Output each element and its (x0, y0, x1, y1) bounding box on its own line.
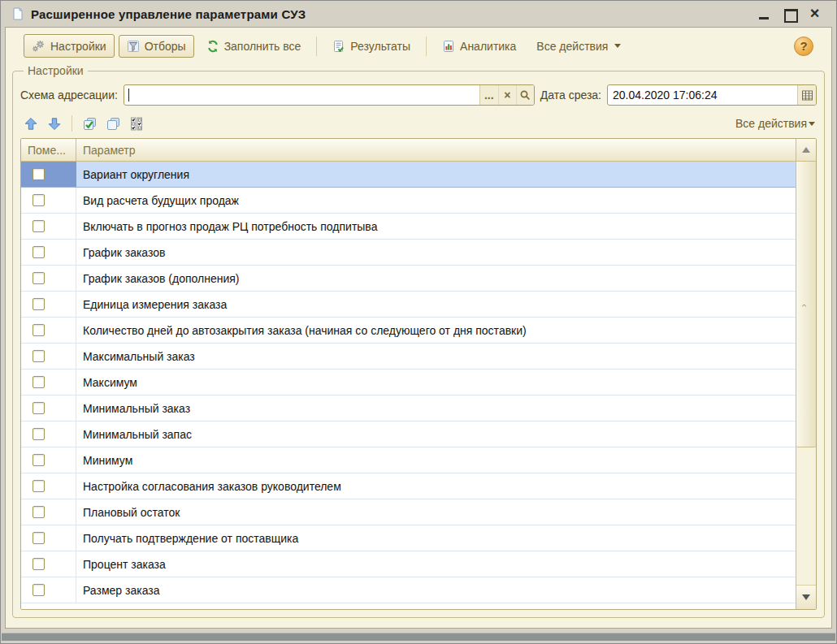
row-check-cell (21, 240, 76, 265)
addressing-scheme-label: Схема адресации: (20, 89, 118, 102)
app-window: Расширенное управление параметрами СУЗ × (0, 0, 837, 644)
slice-date-input[interactable] (608, 85, 797, 105)
row-checkbox[interactable] (33, 246, 45, 258)
row-checkbox[interactable] (33, 220, 45, 232)
row-checkbox[interactable] (33, 298, 45, 310)
table-row[interactable]: Включать в прогноз продаж РЦ потребность… (21, 214, 796, 240)
row-checkbox[interactable] (33, 480, 45, 492)
close-button[interactable]: × (809, 8, 821, 20)
bar-chart-icon (442, 40, 455, 53)
slice-date-label: Дата среза: (540, 89, 601, 102)
addressing-scheme-input[interactable] (124, 85, 479, 105)
all-actions-label: Все действия (536, 40, 608, 53)
row-check-cell (21, 266, 76, 291)
results-button[interactable]: Результаты (324, 35, 418, 58)
move-up-button[interactable] (22, 115, 40, 132)
minimize-button[interactable] (758, 8, 770, 20)
move-down-button[interactable] (46, 115, 63, 132)
clear-icon[interactable]: × (498, 85, 516, 105)
row-checkbox[interactable] (33, 584, 45, 596)
row-check-cell (21, 551, 76, 577)
table-row[interactable]: Минимальный запас (21, 421, 796, 447)
row-param: Размер заказа (76, 577, 796, 603)
analytics-button-label: Аналитика (460, 40, 516, 53)
thumb-grip (801, 303, 807, 309)
table-row[interactable]: Вид расчета будущих продаж (21, 188, 796, 214)
help-icon: ? (800, 39, 807, 53)
row-param: Процент заказа (76, 551, 796, 577)
invert-check-icon (129, 117, 144, 131)
row-checkbox[interactable] (33, 454, 45, 466)
row-checkbox[interactable] (33, 402, 45, 414)
fill-all-button[interactable]: Заполнить все (198, 35, 310, 58)
row-checkbox[interactable] (33, 272, 45, 284)
row-check-cell (21, 499, 76, 525)
maximize-button[interactable] (783, 8, 796, 20)
list-all-actions-button[interactable]: Все действия (735, 117, 815, 130)
row-param: Максимальный заказ (76, 344, 796, 369)
analytics-button[interactable]: Аналитика (434, 35, 524, 58)
help-button[interactable]: ? (794, 37, 813, 56)
table-row[interactable]: Плановый остаток (21, 499, 796, 525)
row-checkbox[interactable] (33, 506, 45, 518)
row-param: Вариант округления (76, 162, 796, 187)
results-doc-icon (332, 40, 345, 53)
main-toolbar: Настройки Отборы (6, 28, 831, 63)
table-row[interactable]: Минимальный заказ (21, 395, 796, 421)
row-check-cell (21, 421, 76, 447)
table-row[interactable]: Минимум (21, 447, 796, 473)
table-row[interactable]: Процент заказа (21, 551, 796, 577)
check-all-button[interactable] (80, 115, 98, 132)
table-row[interactable]: Получать подтверждение от поставщика (21, 525, 796, 551)
column-header-checked[interactable]: Поме... (21, 139, 76, 161)
scroll-down-button[interactable] (796, 585, 816, 609)
row-checkbox[interactable] (33, 558, 45, 570)
scroll-up-button[interactable] (796, 139, 816, 162)
all-actions-button[interactable]: Все действия (528, 35, 629, 58)
table-row[interactable]: Единица измерения заказа (21, 292, 796, 318)
search-icon[interactable] (516, 85, 534, 105)
table-row[interactable]: График заказов (дополнения) (21, 266, 796, 292)
row-param: Количество дней до автозакрытия заказа (… (76, 318, 796, 343)
invert-check-button[interactable] (128, 115, 145, 132)
client-area: Настройки Отборы (5, 27, 832, 629)
uncheck-all-button[interactable] (104, 115, 122, 132)
row-checkbox[interactable] (33, 376, 45, 388)
row-checkbox[interactable] (33, 428, 45, 440)
list-toolbar: Все действия (22, 115, 815, 132)
results-button-label: Результаты (350, 40, 410, 53)
row-checkbox[interactable] (33, 194, 45, 206)
triangle-down-icon (802, 594, 810, 600)
table-row[interactable]: Вариант округления (21, 162, 796, 188)
row-param: Включать в прогноз продаж РЦ потребность… (76, 214, 796, 239)
table-row[interactable]: Максимум (21, 370, 796, 395)
table-row[interactable]: График заказов (21, 240, 796, 266)
table-row[interactable]: Размер заказа (21, 577, 796, 603)
filters-button[interactable]: Отборы (119, 35, 194, 58)
scrollbar-track[interactable] (796, 447, 816, 585)
table-row[interactable]: Максимальный заказ (21, 344, 796, 370)
row-checkbox[interactable] (33, 350, 45, 362)
row-check-cell (21, 447, 76, 473)
table-row[interactable]: Настройка согласования заказов руководит… (21, 473, 796, 499)
column-header-parameter[interactable]: Параметр (76, 144, 796, 157)
row-checkbox[interactable] (33, 168, 45, 180)
choose-button[interactable]: ... (480, 85, 498, 105)
row-param: Максимум (76, 370, 796, 395)
row-check-cell (21, 473, 76, 499)
row-checkbox[interactable] (33, 532, 45, 544)
row-check-cell (21, 162, 76, 187)
triangle-up-icon (802, 147, 810, 153)
row-checkbox[interactable] (33, 324, 45, 336)
scrollbar-thumb[interactable] (796, 162, 816, 447)
groupbox-legend: Настройки (24, 64, 88, 77)
calendar-icon[interactable] (798, 85, 816, 105)
table-header: Поме... Параметр (21, 139, 796, 162)
fill-all-button-label: Заполнить все (224, 40, 301, 53)
table-row[interactable]: Количество дней до автозакрытия заказа (… (21, 318, 796, 344)
gears-icon (32, 39, 46, 53)
row-param: График заказов (дополнения) (76, 266, 796, 291)
toolbar-separator (316, 37, 317, 56)
settings-button[interactable]: Настройки (24, 34, 115, 58)
addressing-scheme-field: ... × (124, 84, 535, 106)
